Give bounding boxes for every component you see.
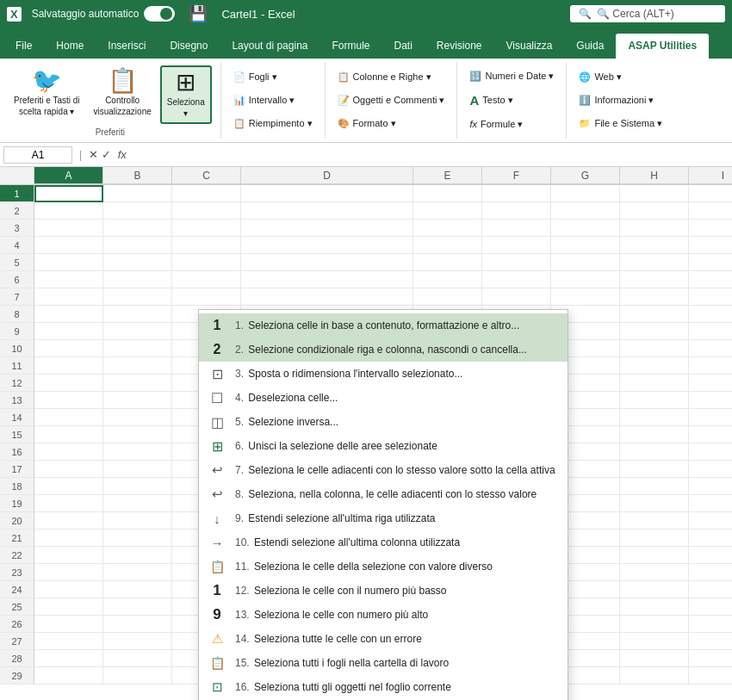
cell[interactable] [482,288,551,306]
tab-file[interactable]: File [3,34,44,59]
cell[interactable] [34,375,103,392]
cell[interactable] [620,633,689,650]
btn-web[interactable]: 🌐 Web ▾ [574,70,667,84]
tab-disegno[interactable]: Disegno [158,34,220,59]
menu-item[interactable]: 📋 15. Seleziona tutti i fogli nella cart… [199,651,568,675]
cell[interactable] [172,202,241,220]
cell[interactable] [689,616,732,633]
cell[interactable] [620,340,689,357]
cell[interactable] [620,220,689,237]
cell[interactable] [413,271,482,288]
cell[interactable] [620,271,689,288]
tab-dati[interactable]: Dati [382,34,425,59]
cell[interactable] [689,254,732,271]
cell[interactable] [620,237,689,254]
cell[interactable] [241,254,413,271]
cell[interactable] [620,461,689,478]
cell[interactable] [34,650,103,667]
cell[interactable] [413,202,482,220]
cell[interactable] [689,461,732,478]
cell[interactable] [551,185,620,202]
menu-item[interactable]: → 10. Estendi selezione all'ultima colon… [199,530,568,554]
btn-numeri-date[interactable]: 🔢 Numeri e Date ▾ [464,69,559,84]
menu-item[interactable]: 1 1. Seleziona celle in base a contenuto… [199,313,568,338]
cell[interactable] [689,478,732,495]
cell[interactable] [689,357,732,375]
cell[interactable] [689,220,732,237]
cell[interactable] [103,323,172,340]
cell[interactable] [103,426,172,443]
cell[interactable] [103,616,172,633]
cell[interactable] [34,426,103,443]
cell[interactable] [34,478,103,495]
cell[interactable] [34,254,103,271]
cell[interactable] [241,185,413,202]
cell[interactable] [689,598,732,616]
cell[interactable] [103,357,172,375]
cell[interactable] [34,323,103,340]
cell[interactable] [689,185,732,202]
cell[interactable] [413,237,482,254]
tab-revisione[interactable]: Revisione [425,34,494,59]
cell[interactable] [689,288,732,306]
cell[interactable] [34,288,103,306]
cell[interactable] [482,202,551,220]
cell[interactable] [689,306,732,323]
btn-riempimento[interactable]: 📋 Riempimento ▾ [228,116,318,131]
cell[interactable] [103,306,172,323]
btn-seleziona[interactable]: ⊞ Seleziona▾ [160,65,212,124]
btn-intervallo[interactable]: 📊 Intervallo ▾ [228,93,318,108]
cell[interactable] [34,271,103,288]
cell[interactable] [241,271,413,288]
menu-item[interactable]: 2 2. Selezione condizionale riga e colon… [199,338,568,362]
cell[interactable] [103,633,172,650]
cell[interactable] [689,581,732,598]
cell[interactable] [620,581,689,598]
cell[interactable] [620,185,689,202]
cell[interactable] [34,237,103,254]
menu-item[interactable]: ⊡ 3. Sposta o ridimensiona l'intervallo … [199,362,568,386]
menu-item[interactable]: ⊞ 6. Unisci la selezione delle aree sele… [199,434,568,458]
tab-asap[interactable]: ASAP Utilities [616,34,709,59]
cell[interactable] [689,495,732,512]
cell[interactable] [103,392,172,409]
btn-informazioni[interactable]: ℹ️ Informazioni ▾ [574,93,667,108]
cell[interactable] [103,564,172,581]
cell[interactable] [34,461,103,478]
menu-item[interactable]: ☐ 4. Deseleziona celle... [199,386,568,410]
cell[interactable] [689,633,732,650]
cell[interactable] [620,409,689,426]
cell[interactable] [482,237,551,254]
cell[interactable] [34,547,103,564]
cell[interactable] [482,254,551,271]
col-header-i[interactable]: I [689,167,732,184]
cell[interactable] [34,598,103,616]
cell[interactable] [689,650,732,667]
menu-item[interactable]: ◫ 5. Selezione inversa... [199,410,568,434]
tab-visualizza[interactable]: Visualizza [494,34,565,59]
cell[interactable] [689,667,732,685]
cell[interactable] [103,495,172,512]
cell[interactable] [241,237,413,254]
col-header-h[interactable]: H [620,167,689,184]
cell[interactable] [551,271,620,288]
btn-formato[interactable]: 🎨 Formato ▾ [332,116,450,131]
cell[interactable] [689,564,732,581]
cell[interactable] [620,667,689,685]
search-box[interactable]: 🔍 🔍 Cerca (ALT+) [570,5,725,22]
cell[interactable] [103,288,172,306]
cell[interactable] [482,185,551,202]
btn-preferiti[interactable]: 🐦 Preferiti e Tasti discelta rapida ▾ [9,65,85,121]
menu-item[interactable]: ↩ 7. Seleziona le celle adiacenti con lo… [199,458,568,482]
cell[interactable] [172,271,241,288]
cell[interactable] [413,185,482,202]
cell[interactable] [241,288,413,306]
menu-item[interactable]: ⚠ 14. Seleziona tutte le celle con un er… [199,627,568,651]
cell[interactable] [103,547,172,564]
col-header-a[interactable]: A [34,167,103,184]
cell[interactable] [103,461,172,478]
cell[interactable] [34,392,103,409]
cell[interactable] [689,392,732,409]
cell[interactable] [689,512,732,530]
cell[interactable] [689,409,732,426]
